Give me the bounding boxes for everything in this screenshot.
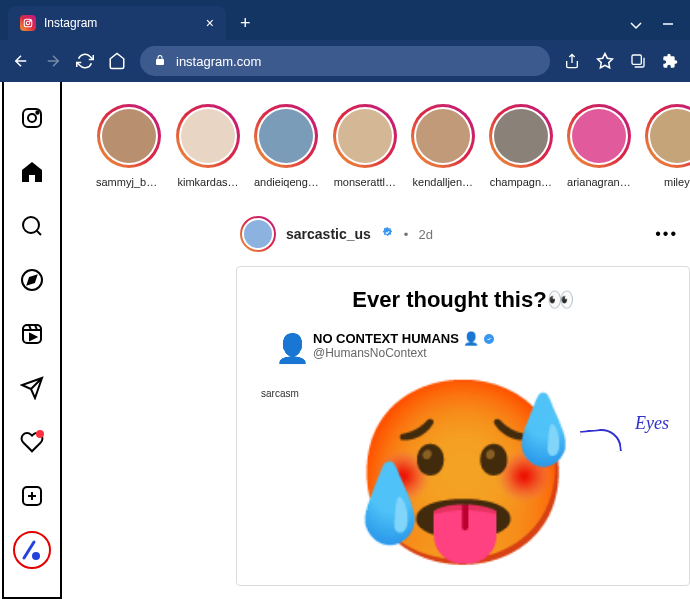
highlight-circle-icon: [13, 531, 51, 569]
story-username: monserattl…: [334, 176, 396, 188]
new-tab-button[interactable]: +: [226, 6, 265, 40]
post: sarcastic_us • 2d ••• Ever thought this?…: [236, 208, 690, 586]
sidebar-search[interactable]: [10, 204, 54, 248]
window-minimize-icon[interactable]: [662, 16, 674, 34]
post-header: sarcastic_us • 2d •••: [236, 208, 690, 266]
svg-marker-17: [30, 334, 36, 340]
story-item[interactable]: sammyj_ba…: [96, 104, 162, 188]
post-username[interactable]: sarcastic_us: [286, 226, 371, 242]
svg-marker-12: [28, 276, 36, 284]
post-more-icon[interactable]: •••: [655, 225, 686, 243]
lock-icon: [154, 52, 166, 70]
verified-badge-icon: [381, 226, 394, 242]
post-time: 2d: [418, 227, 432, 242]
stories-tray[interactable]: sammyj_ba…kimkardas…andieiqeng…monseratt…: [64, 98, 690, 208]
annotation-eyes: Eyes: [635, 413, 669, 434]
feed[interactable]: sammyj_ba…kimkardas…andieiqeng…monseratt…: [64, 82, 690, 599]
story-item[interactable]: andieiqeng…: [254, 104, 319, 188]
story-username: miley: [664, 176, 690, 188]
extensions-icon[interactable]: [662, 53, 678, 69]
tab-title: Instagram: [44, 16, 198, 30]
tweet-handle: @HumansNoContext: [313, 346, 495, 360]
tab-bar: Instagram × +: [0, 0, 690, 40]
tweet-username: NO CONTEXT HUMANS 👤: [313, 331, 495, 346]
hot-face-emoji-icon: 🥵: [351, 372, 576, 573]
svg-point-2: [30, 20, 31, 21]
post-image: 🥵 Eyes: [257, 383, 669, 563]
bookmark-star-icon[interactable]: [596, 52, 614, 70]
svg-point-9: [23, 217, 39, 233]
tweet-header: 👤 NO CONTEXT HUMANS 👤 @HumansNoContext: [257, 331, 669, 360]
story-item[interactable]: champagn…: [489, 104, 553, 188]
collections-icon[interactable]: [630, 53, 646, 69]
browser-chrome: Instagram × + instagram.com: [0, 0, 690, 82]
story-item[interactable]: kendalljen…: [411, 104, 475, 188]
browser-tab[interactable]: Instagram ×: [8, 6, 226, 40]
story-item[interactable]: arianagran…: [567, 104, 631, 188]
tweet-avatar-icon: 👤: [275, 332, 303, 360]
story-username: sammyj_ba…: [96, 176, 162, 188]
content-area: sammyj_ba…kimkardas…andieiqeng…monseratt…: [0, 82, 690, 599]
share-icon[interactable]: [564, 53, 580, 69]
post-body: Ever thought this?👀 👤 NO CONTEXT HUMANS …: [236, 266, 690, 586]
window-chevron-icon[interactable]: [630, 16, 642, 34]
instagram-favicon-icon: [20, 15, 36, 31]
svg-point-8: [36, 111, 38, 113]
reload-icon[interactable]: [76, 52, 94, 70]
story-item[interactable]: monserattl…: [333, 104, 397, 188]
story-username: arianagran…: [567, 176, 631, 188]
sidebar-notifications[interactable]: [10, 420, 54, 464]
story-username: kimkardas…: [177, 176, 238, 188]
svg-rect-5: [632, 55, 641, 64]
story-item[interactable]: kimkardas…: [176, 104, 240, 188]
sidebar-logo[interactable]: [10, 96, 54, 140]
tweet-verified-icon: [483, 333, 495, 345]
post-body-title: Ever thought this?👀: [257, 287, 669, 313]
sidebar-extension-highlighted[interactable]: [10, 528, 54, 572]
address-bar[interactable]: instagram.com: [140, 46, 550, 76]
svg-line-10: [37, 231, 41, 235]
story-username: kendalljen…: [413, 176, 474, 188]
sidebar-create[interactable]: [10, 474, 54, 518]
sidebar-home[interactable]: [10, 150, 54, 194]
sidebar-messages[interactable]: [10, 366, 54, 410]
annotation-arrow-icon: [580, 427, 622, 454]
story-username: andieiqeng…: [254, 176, 319, 188]
tab-close-icon[interactable]: ×: [206, 15, 214, 31]
browser-toolbar: instagram.com: [0, 40, 690, 82]
nav-back-icon[interactable]: [12, 52, 30, 70]
nav-forward-icon: [44, 52, 62, 70]
story-item[interactable]: miley: [645, 104, 690, 188]
post-avatar[interactable]: [240, 216, 276, 252]
post-time-sep: •: [404, 227, 409, 242]
sidebar: [2, 82, 62, 599]
svg-point-1: [26, 21, 29, 24]
svg-marker-4: [598, 54, 613, 68]
url-text: instagram.com: [176, 54, 536, 69]
story-username: champagn…: [490, 176, 552, 188]
home-icon[interactable]: [108, 52, 126, 70]
svg-point-7: [28, 114, 36, 122]
sidebar-reels[interactable]: [10, 312, 54, 356]
sidebar-explore[interactable]: [10, 258, 54, 302]
tweet-emoji-icon: 👤: [463, 331, 479, 346]
notification-dot-icon: [36, 430, 44, 438]
